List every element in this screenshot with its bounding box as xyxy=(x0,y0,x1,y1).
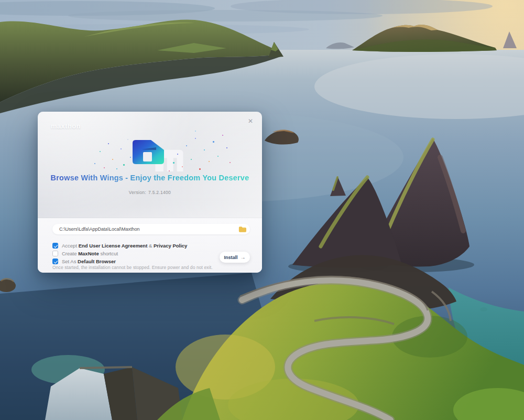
desktop: maxthon ✕ Browse With Wings - Enjoy the … xyxy=(0,0,524,420)
label-strong: Default Browser xyxy=(78,259,116,264)
installer-window: maxthon ✕ Browse With Wings - Enjoy the … xyxy=(38,112,262,273)
label-strong: MaxNote xyxy=(78,251,99,256)
folder-icon xyxy=(238,226,246,232)
checkbox-default-browser[interactable] xyxy=(52,259,58,264)
option-label-maxnote: Create MaxNote shortcut xyxy=(62,251,118,256)
version-value: 7.5.2.1400 xyxy=(148,190,171,195)
install-warning: Once started, the installation cannot be… xyxy=(52,265,252,270)
label-text: Accept xyxy=(62,243,79,249)
version-text: Version:7.5.2.1400 xyxy=(38,190,262,195)
arrow-right-icon: → xyxy=(241,255,246,260)
checkbox-maxnote-shortcut[interactable] xyxy=(52,251,58,256)
label-text: shortcut xyxy=(99,251,118,256)
option-row-eula[interactable]: Accept End User License Agreement & Priv… xyxy=(52,242,247,250)
label-text: & xyxy=(147,243,154,249)
option-row-default-browser[interactable]: Set As Default Browser xyxy=(52,257,247,265)
dialog-title: Browse With Wings - Enjoy the Freedom Yo… xyxy=(38,174,262,182)
label-text: Create xyxy=(62,251,78,256)
maxthon-logo xyxy=(133,140,164,164)
install-button-label: Install xyxy=(224,255,237,260)
label-text: Set As xyxy=(62,259,78,264)
option-row-maxnote-shortcut[interactable]: Create MaxNote shortcut xyxy=(52,250,247,257)
maxthon-wordmark: maxthon xyxy=(51,122,81,130)
install-path-value[interactable]: C:\Users\Ldfa\AppData\Local\Maxthon xyxy=(59,224,235,234)
install-button[interactable]: Install → xyxy=(220,252,250,263)
close-icon[interactable]: ✕ xyxy=(245,115,256,127)
option-label-default-browser: Set As Default Browser xyxy=(62,259,116,264)
install-options: Accept End User License Agreement & Priv… xyxy=(52,242,247,265)
browse-folder-button[interactable] xyxy=(238,225,246,233)
install-path-input[interactable]: C:\Users\Ldfa\AppData\Local\Maxthon xyxy=(52,224,250,234)
checkbox-eula[interactable] xyxy=(52,243,58,249)
version-label: Version: xyxy=(129,190,146,195)
option-label-eula: Accept End User License Agreement & Priv… xyxy=(62,243,187,249)
privacy-policy-link[interactable]: Privacy Policy xyxy=(154,243,187,249)
eula-link[interactable]: End User License Agreement xyxy=(79,243,148,249)
